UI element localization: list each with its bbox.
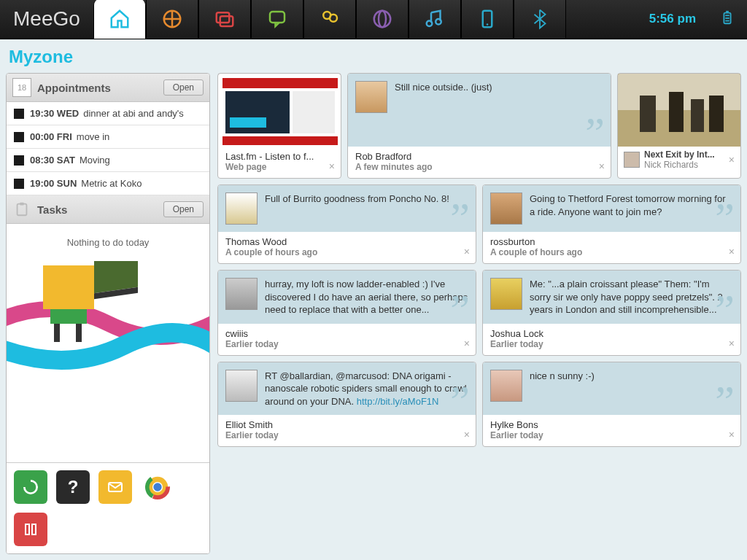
feed-card-status[interactable]: Still nice outside.. (just) ” Rob Bradfo…	[347, 73, 611, 179]
devices-icon	[476, 8, 498, 30]
card-time: A few minutes ago	[355, 162, 603, 172]
avatar	[624, 152, 640, 168]
close-icon[interactable]: ×	[464, 429, 470, 440]
appointment-marker-icon	[14, 179, 24, 189]
tab-myzone[interactable]	[93, 0, 146, 39]
feed-card-webpage[interactable]: Last.fm - Listen to f... Web page ×	[217, 73, 341, 179]
appointment-time: 00:00 FRI	[30, 131, 72, 142]
zones-icon	[161, 8, 183, 30]
card-time: Earlier today	[225, 339, 468, 349]
svg-rect-17	[725, 20, 729, 22]
sidebar: 18 Appointments Open 19:30 WED dinner at…	[6, 73, 210, 554]
status-message: RT @ballardian, @marcusod: DNA origami -…	[265, 370, 468, 408]
status-link[interactable]: http://bit.ly/aMoF1N	[357, 396, 439, 407]
appointment-time: 19:30 WED	[30, 108, 79, 119]
tasks-open-button[interactable]: Open	[163, 201, 204, 217]
feed-card-status[interactable]: hurray, my loft is now ladder-enabled :)…	[217, 270, 476, 356]
launcher-chrome[interactable]	[141, 470, 174, 504]
status-message: hurray, my loft is now ladder-enabled :)…	[265, 278, 468, 316]
tab-applications[interactable]	[198, 0, 251, 39]
tasks-header: Tasks Open	[7, 195, 209, 224]
svg-rect-45	[709, 96, 724, 132]
launcher-help[interactable]: ?	[56, 470, 90, 504]
appointments-open-button[interactable]: Open	[163, 79, 204, 96]
quote-icon: ”	[715, 207, 735, 229]
battery-indicator[interactable]	[708, 9, 747, 28]
svg-rect-18	[18, 204, 27, 216]
feed-card-status[interactable]: nice n sunny :-) ” Hylke Bons Earlier to…	[482, 362, 741, 448]
mail-icon	[107, 478, 124, 496]
avatar	[355, 81, 387, 113]
status-message: nice n sunny :-)	[530, 370, 595, 408]
clock[interactable]: 5:56 pm	[638, 12, 708, 26]
appointment-text: move in	[77, 131, 110, 142]
card-author: Joshua Lock	[490, 328, 733, 339]
svg-rect-23	[76, 324, 82, 342]
appointment-text: dinner at abi and andy's	[83, 108, 184, 119]
tasks-icon	[12, 200, 31, 219]
appointment-row[interactable]: 00:00 FRI move in	[7, 125, 209, 149]
card-author: rossburton	[490, 236, 733, 247]
tasks-empty-text: Nothing to do today	[7, 224, 209, 261]
card-time: A couple of hours ago	[225, 247, 468, 257]
status-message: Going to Thetford Forest tomorrow mornin…	[530, 192, 733, 225]
tab-zones[interactable]	[146, 0, 198, 39]
feed-card-status[interactable]: Me: "...a plain croissant please" Them: …	[482, 270, 741, 356]
close-icon[interactable]: ×	[464, 338, 470, 349]
avatar	[490, 370, 522, 402]
appointment-row[interactable]: 19:30 WED dinner at abi and andy's	[7, 102, 209, 125]
svg-point-8	[427, 21, 433, 27]
quote-icon: ”	[715, 299, 735, 321]
svg-rect-1	[217, 12, 230, 23]
svg-rect-32	[26, 524, 29, 534]
close-icon[interactable]: ×	[729, 154, 735, 166]
appointments-title: Appointments	[37, 82, 163, 94]
card-time: Earlier today	[490, 430, 733, 440]
card-title: Last.fm - Listen to f...	[225, 151, 333, 162]
tab-internet[interactable]	[356, 0, 409, 39]
close-icon[interactable]: ×	[329, 160, 335, 172]
question-icon: ?	[68, 477, 79, 497]
svg-rect-43	[669, 92, 684, 132]
launcher-app-5[interactable]	[14, 513, 47, 546]
svg-rect-19	[20, 203, 24, 206]
feed-card-status[interactable]: Full of Burrito goodness from Poncho No.…	[217, 184, 476, 264]
svg-rect-3	[270, 12, 285, 23]
tab-people[interactable]	[303, 0, 356, 39]
tab-status[interactable]	[251, 0, 303, 39]
svg-rect-21	[50, 309, 87, 324]
card-subtitle: Web page	[225, 162, 333, 172]
close-icon[interactable]: ×	[599, 160, 605, 172]
wifi-indicator[interactable]	[566, 0, 595, 39]
feed-card-status[interactable]: Going to Thetford Forest tomorrow mornin…	[482, 184, 741, 264]
launcher: ?	[7, 462, 209, 553]
tab-bluetooth[interactable]	[514, 0, 566, 39]
people-icon	[319, 8, 341, 30]
status-message: Me: "...a plain croissant please" Them: …	[530, 278, 733, 316]
card-time: A couple of hours ago	[490, 247, 733, 257]
close-icon[interactable]: ×	[464, 246, 470, 257]
feed: Last.fm - Listen to f... Web page × Stil…	[217, 73, 741, 554]
calendar-icon: 18	[12, 78, 31, 97]
home-icon	[109, 8, 131, 30]
tab-media[interactable]	[409, 0, 461, 39]
quote-icon: ”	[450, 390, 470, 412]
close-icon[interactable]: ×	[729, 338, 735, 349]
webpage-thumbnail	[218, 74, 341, 147]
appointment-time: 19:00 SUN	[30, 178, 77, 189]
launcher-mail[interactable]	[98, 470, 132, 504]
close-icon[interactable]: ×	[729, 429, 735, 440]
close-icon[interactable]: ×	[729, 246, 735, 257]
svg-rect-39	[222, 136, 338, 145]
card-author: Thomas Wood	[225, 236, 468, 247]
quote-icon: ”	[450, 299, 470, 321]
feed-card-status[interactable]: RT @ballardian, @marcusod: DNA origami -…	[217, 362, 476, 448]
feed-card-photo[interactable]: Next Exit by Int... Nick Richards ×	[617, 73, 741, 179]
launcher-app-1[interactable]	[14, 470, 47, 504]
svg-rect-2	[220, 16, 233, 26]
tab-devices[interactable]	[461, 0, 514, 39]
appointment-row[interactable]: 08:30 SAT Moving	[7, 149, 209, 172]
avatar	[225, 192, 258, 225]
appointment-row[interactable]: 19:00 SUN Metric at Koko	[7, 172, 209, 195]
card-title: Next Exit by Int...	[644, 149, 724, 160]
